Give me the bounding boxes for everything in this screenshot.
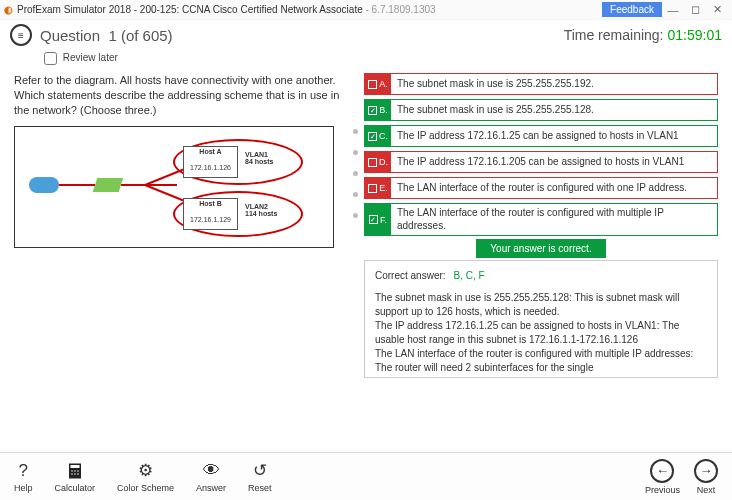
question-header: ≡ Question 1 (of 605) Time remaining: 01… (0, 20, 732, 50)
review-label: Review later (63, 52, 118, 63)
arrow-left-icon: ← (650, 459, 674, 483)
correct-answer-letters: B, C, F (454, 270, 485, 281)
next-button[interactable]: →Next (694, 459, 718, 495)
review-later[interactable]: Review later (0, 50, 732, 69)
vlan2-label: VLAN2114 hosts (245, 203, 277, 218)
exam-name: 200-125: CCNA Cisco Certified Network As… (140, 4, 363, 15)
arrow-right-icon: → (694, 459, 718, 483)
titlebar: ◐ ProfExam Simulator 2018 - 200-125: CCN… (0, 0, 732, 20)
reset-button[interactable]: ↺Reset (248, 461, 272, 493)
vlan1-label: VLAN184 hosts (245, 151, 273, 166)
review-checkbox[interactable] (44, 52, 57, 65)
question-total: (of 605) (121, 27, 173, 44)
checkbox-icon: ✓ (369, 215, 378, 224)
host-b-box: Host B172.16.1.129 (183, 198, 238, 230)
option-text: The IP address 172.16.1.205 can be assig… (391, 152, 717, 172)
option-text: The subnet mask in use is 255.255.255.12… (391, 100, 717, 120)
answer-button[interactable]: 👁Answer (196, 461, 226, 493)
time-label: Time remaining: (564, 27, 664, 43)
option-text: The IP address 172.16.1.25 can be assign… (391, 126, 717, 146)
app-name: ProfExam Simulator 2018 (17, 4, 131, 15)
question-label: Question (40, 27, 100, 44)
option-letter: F. (380, 215, 387, 225)
close-icon[interactable]: ✕ (706, 3, 728, 16)
svg-point-4 (77, 470, 79, 472)
svg-point-3 (74, 470, 76, 472)
app-logo-icon: ◐ (4, 4, 13, 15)
svg-point-2 (71, 470, 73, 472)
calculator-button[interactable]: Calculator (55, 461, 96, 493)
option-C[interactable]: ✓C.The IP address 172.16.1.25 can be ass… (364, 125, 718, 147)
network-diagram: Host A172.16.1.126 Host B172.16.1.129 VL… (14, 126, 334, 248)
option-text: The LAN interface of the router is confi… (391, 178, 717, 198)
feedback-button[interactable]: Feedback (602, 2, 662, 17)
help-button[interactable]: ?Help (14, 461, 33, 493)
answer-panel: A.The subnet mask in use is 255.255.255.… (360, 69, 732, 447)
help-icon: ? (19, 461, 28, 481)
explanation-box: Correct answer:B, C, F The subnet mask i… (364, 260, 718, 378)
color-scheme-button[interactable]: ⚙Color Scheme (117, 461, 174, 493)
option-letter: A. (379, 79, 388, 89)
option-letter: D. (379, 157, 388, 167)
checkbox-icon: ✓ (368, 132, 377, 141)
router-icon (29, 177, 59, 193)
previous-button[interactable]: ←Previous (645, 459, 680, 495)
splitter[interactable] (350, 69, 360, 447)
svg-point-6 (74, 473, 76, 475)
option-A[interactable]: A.The subnet mask in use is 255.255.255.… (364, 73, 718, 95)
app-version: 6.7.1809.1303 (372, 4, 436, 15)
checkbox-icon: ✓ (368, 106, 377, 115)
result-banner: Your answer is correct. (364, 242, 718, 254)
checkbox-icon (368, 158, 377, 167)
host-a-box: Host A172.16.1.126 (183, 146, 238, 178)
option-letter: E. (379, 183, 388, 193)
minimize-icon[interactable]: — (662, 4, 684, 16)
svg-point-5 (71, 473, 73, 475)
option-letter: C. (379, 131, 388, 141)
time-value: 01:59:01 (668, 27, 723, 43)
option-B[interactable]: ✓B.The subnet mask in use is 255.255.255… (364, 99, 718, 121)
question-number: 1 (108, 27, 116, 44)
switch-icon (93, 178, 124, 192)
option-E[interactable]: E.The LAN interface of the router is con… (364, 177, 718, 199)
correct-answer-label: Correct answer: (375, 270, 446, 281)
checkbox-icon (368, 184, 377, 193)
option-text: The LAN interface of the router is confi… (391, 204, 717, 235)
gear-icon: ⚙ (138, 461, 153, 481)
question-text: Refer to the diagram. All hosts have con… (14, 73, 342, 118)
calculator-icon (66, 461, 84, 481)
eye-icon: 👁 (203, 461, 220, 481)
option-text: The subnet mask in use is 255.255.255.19… (391, 74, 717, 94)
reset-icon: ↺ (253, 461, 267, 481)
option-letter: B. (379, 105, 388, 115)
question-panel: Refer to the diagram. All hosts have con… (0, 69, 350, 447)
footer-toolbar: ?Help Calculator ⚙Color Scheme 👁Answer ↺… (0, 452, 732, 500)
explanation-text: The subnet mask in use is 255.255.255.12… (375, 291, 707, 375)
checkbox-icon (368, 80, 377, 89)
maximize-icon[interactable]: ◻ (684, 3, 706, 16)
svg-rect-1 (70, 465, 79, 468)
option-D[interactable]: D.The IP address 172.16.1.205 can be ass… (364, 151, 718, 173)
menu-icon[interactable]: ≡ (10, 24, 32, 46)
svg-point-7 (77, 473, 79, 475)
option-F[interactable]: ✓F.The LAN interface of the router is co… (364, 203, 718, 236)
